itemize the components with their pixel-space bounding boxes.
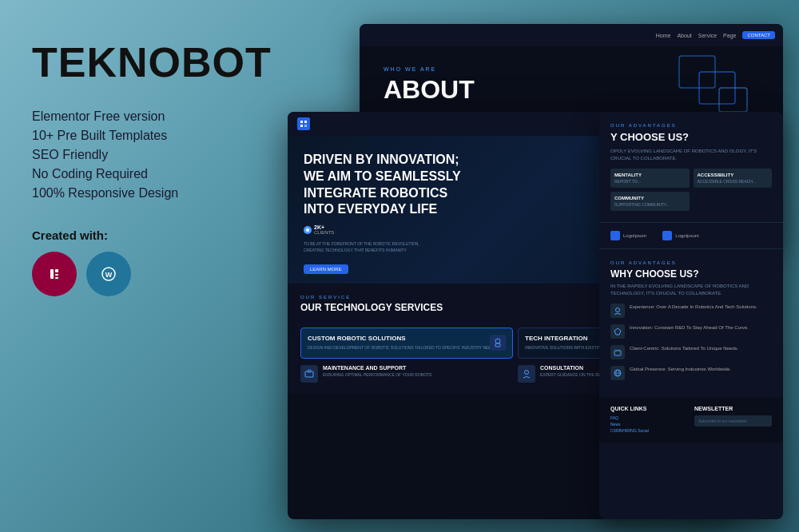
why-cards-grid: MENTALITY REPORT TO... ACCESSIBILITY ACC… xyxy=(610,169,772,211)
main-logo xyxy=(297,117,310,130)
advantages-label: OUR ADVANTAGES xyxy=(610,260,772,265)
quick-link-1[interactable]: FAQ xyxy=(610,415,688,420)
services-label: OUR SERVICE xyxy=(300,295,443,300)
newsletter-input[interactable]: Subscribe to our newsletter xyxy=(694,415,772,427)
svg-rect-10 xyxy=(719,88,747,112)
adv-icon-3 xyxy=(610,345,625,359)
svg-rect-14 xyxy=(304,125,307,127)
nav-page: Page xyxy=(723,33,736,38)
adv-item-4: Global Presence: Serving Industries Worl… xyxy=(610,366,772,380)
adv-item-2: Innovation: Constant R&D To Stay Ahead O… xyxy=(610,324,772,339)
svg-point-44 xyxy=(616,308,620,312)
svg-rect-38 xyxy=(495,343,500,347)
why-card-2-desc: ACCESSIBLE CROSS REACH... xyxy=(698,179,769,184)
hero-title: DRIVEN BY INNOVATION; WE AIM TO SEAMLESS… xyxy=(304,152,463,218)
why-card-2-title: ACCESSIBILITY xyxy=(698,173,769,177)
svg-point-43 xyxy=(525,370,529,374)
nav-contact-btn[interactable]: CONTACT xyxy=(742,31,775,39)
stat-label: CLIENTS xyxy=(314,230,334,235)
left-info-panel: TEKNOBOT Elementor Free version 10+ Pre … xyxy=(32,40,288,296)
service-card-1: CUSTOM ROBOTIC SOLUTIONS DESIGN AND DEVE… xyxy=(300,328,513,359)
quick-link-2[interactable]: News xyxy=(610,422,688,427)
right-sidebar-panel: OUR ADVANTAGES Y CHOOSE US? OPOLY EVOLVI… xyxy=(599,112,783,519)
adv-icon-1 xyxy=(610,304,625,318)
advantages-title: WHY CHOOSE US? xyxy=(610,268,772,280)
adv-item-1: Experience: Over A Decade In Robotics An… xyxy=(610,304,772,318)
wordpress-icon: W xyxy=(86,252,131,296)
service-mini-icon-1 xyxy=(300,365,318,383)
adv-icon-2 xyxy=(610,324,625,339)
stat-icon xyxy=(304,226,312,234)
why-card-1-title: MENTALITY xyxy=(614,173,686,177)
svg-rect-1 xyxy=(50,269,54,279)
right-advantages-top: OUR ADVANTAGES Y CHOOSE US? OPOLY EVOLVI… xyxy=(599,112,783,223)
right-section-title: Y CHOOSE US? xyxy=(610,131,772,144)
why-card-1: MENTALITY REPORT TO... xyxy=(610,169,690,188)
adv-text-2: Innovation: Constant R&D To Stay Ahead O… xyxy=(630,324,749,331)
service-card-1-desc: DESIGN AND DEVELOPMENT OF ROBOTIC SOLUTI… xyxy=(308,345,506,351)
advantages-desc: IN THE RAPIDLY EVOLVING LANDSCAPE OF ROB… xyxy=(610,283,772,297)
logo-2-text: Logolpsum xyxy=(675,233,698,238)
right-section-label: OUR ADVANTAGES xyxy=(610,123,772,128)
adv-text-3: Client-Centric: Solutions Tailored To Un… xyxy=(630,345,738,351)
svg-rect-13 xyxy=(300,125,303,127)
mockup-container: Home About Service Page CONTACT WHO WE A… xyxy=(288,8,783,527)
services-title: OUR TECHNOLOGY SERVICES xyxy=(300,302,443,313)
logos-section: Logolpsum Logolpsum xyxy=(599,223,783,249)
feature-item-1: Elementor Free version xyxy=(32,109,288,124)
service-card-1-title: CUSTOM ROBOTIC SOLUTIONS xyxy=(308,335,506,342)
svg-point-15 xyxy=(306,228,309,232)
quick-links-section: QUICK LINKS FAQ News CSRB/HIRING Social xyxy=(610,406,688,435)
why-card-3-title: COMMUNITY xyxy=(614,196,686,200)
nav-home: Home xyxy=(656,33,671,38)
hero-desc: TO BE AT THE FOREFRONT OF THE ROBOTIC RE… xyxy=(304,241,431,253)
adv-text-4: Global Presence: Serving Industries Worl… xyxy=(630,366,731,372)
why-card-2: ACCESSIBILITY ACCESSIBLE CROSS REACH... xyxy=(694,169,773,188)
nav-service: Service xyxy=(698,33,717,38)
logo-1-text: Logolpsum xyxy=(623,233,646,238)
about-card-navbar: Home About Service Page CONTACT xyxy=(360,24,783,46)
hero-stat-group: 2K+ CLIENTS xyxy=(304,224,334,235)
features-list: Elementor Free version 10+ Pre Built Tem… xyxy=(32,109,288,200)
why-card-3: COMMUNITY SUPPORTING COMMUNITY... xyxy=(610,192,690,211)
service-mini-1-desc: ENSURING OPTIMAL PERFORMANCE OF YOUR ROB… xyxy=(323,372,433,378)
stat-num: 2K+ xyxy=(314,224,334,230)
logo-2: Logolpsum xyxy=(662,231,698,240)
adv-item-3: Client-Centric: Solutions Tailored To Un… xyxy=(610,345,772,359)
why-card-3-desc: SUPPORTING COMMUNITY... xyxy=(614,202,686,207)
svg-rect-4 xyxy=(55,277,58,279)
service-mini-1: MAINTENANCE AND SUPPORT ENSURING OPTIMAL… xyxy=(300,365,513,383)
newsletter-title: NEWSLETTER xyxy=(694,406,772,411)
logo-2-icon xyxy=(662,231,672,240)
svg-rect-11 xyxy=(300,121,303,123)
svg-rect-45 xyxy=(614,351,621,355)
adv-text-1: Experience: Over A Decade In Robotics An… xyxy=(630,304,757,310)
advantages-section: OUR ADVANTAGES WHY CHOOSE US? IN THE RAP… xyxy=(599,249,783,398)
svg-rect-2 xyxy=(55,269,58,272)
elementor-icon xyxy=(32,252,77,296)
feature-item-2: 10+ Pre Built Templates xyxy=(32,129,288,143)
feature-item-4: No Coding Required xyxy=(32,167,288,181)
svg-rect-3 xyxy=(55,274,58,276)
quick-link-3[interactable]: CSRB/HIRING Social xyxy=(610,428,688,433)
nav-about: About xyxy=(677,33,691,38)
svg-text:W: W xyxy=(105,271,113,279)
plugin-icons: W xyxy=(32,252,288,296)
right-section-desc: OPOLY EVOLVING LANDSCAPE OF ROBOTICS AND… xyxy=(610,148,772,162)
svg-point-37 xyxy=(495,339,500,343)
logo-1: Logolpsum xyxy=(610,231,646,240)
learn-more-button[interactable]: LEARN MORE xyxy=(304,264,348,274)
created-with-label: Created with: xyxy=(32,228,288,242)
newsletter-placeholder: Subscribe to our newsletter xyxy=(698,419,747,423)
quick-links-title: QUICK LINKS xyxy=(610,406,688,411)
newsletter-section: NEWSLETTER Subscribe to our newsletter xyxy=(694,406,772,435)
logo-icon xyxy=(297,117,310,130)
feature-item-3: SEO Friendly xyxy=(32,148,288,162)
service-mini-icon-2 xyxy=(518,365,535,383)
service-card-1-icon xyxy=(490,335,506,351)
brand-title: TEKNOBOT xyxy=(32,40,288,85)
svg-point-0 xyxy=(43,263,66,285)
svg-rect-12 xyxy=(304,121,307,123)
feature-item-5: 100% Responsive Design xyxy=(32,186,288,200)
why-card-1-desc: REPORT TO... xyxy=(614,179,686,184)
